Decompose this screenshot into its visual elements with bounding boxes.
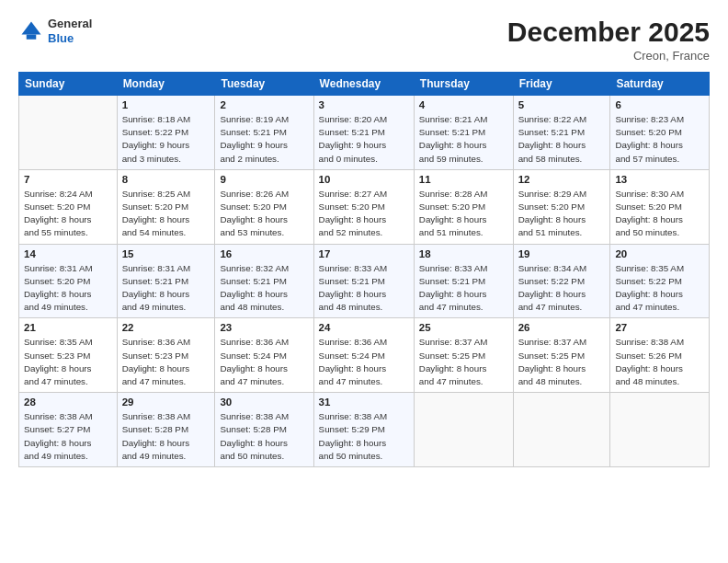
day-number: 6	[615, 99, 704, 110]
header-row: SundayMondayTuesdayWednesdayThursdayFrid…	[19, 73, 710, 96]
calendar-week-row: 28Sunrise: 8:38 AM Sunset: 5:27 PM Dayli…	[19, 393, 710, 467]
day-info: Sunrise: 8:33 AM Sunset: 5:21 PM Dayligh…	[419, 262, 508, 315]
day-number: 27	[615, 322, 704, 333]
day-info: Sunrise: 8:19 AM Sunset: 5:21 PM Dayligh…	[220, 113, 308, 166]
day-number: 5	[518, 99, 606, 110]
day-info: Sunrise: 8:38 AM Sunset: 5:28 PM Dayligh…	[220, 410, 308, 463]
calendar-cell: 31Sunrise: 8:38 AM Sunset: 5:29 PM Dayli…	[313, 393, 414, 467]
day-info: Sunrise: 8:18 AM Sunset: 5:22 PM Dayligh…	[122, 113, 210, 166]
day-number: 13	[615, 174, 704, 185]
day-number: 22	[122, 322, 210, 333]
header-day: Monday	[117, 73, 215, 96]
day-number: 28	[24, 396, 112, 408]
calendar-week-row: 14Sunrise: 8:31 AM Sunset: 5:20 PM Dayli…	[19, 244, 710, 318]
logo-icon	[18, 18, 44, 44]
day-number: 24	[319, 322, 409, 333]
calendar-cell: 13Sunrise: 8:30 AM Sunset: 5:20 PM Dayli…	[610, 169, 710, 244]
header-day: Saturday	[610, 73, 710, 96]
calendar-cell: 21Sunrise: 8:35 AM Sunset: 5:23 PM Dayli…	[19, 318, 118, 393]
calendar-week-row: 21Sunrise: 8:35 AM Sunset: 5:23 PM Dayli…	[19, 318, 710, 393]
calendar-cell: 9Sunrise: 8:26 AM Sunset: 5:20 PM Daylig…	[215, 169, 313, 244]
day-info: Sunrise: 8:31 AM Sunset: 5:21 PM Dayligh…	[122, 262, 210, 315]
calendar-cell: 14Sunrise: 8:31 AM Sunset: 5:20 PM Dayli…	[19, 244, 118, 318]
calendar-cell: 25Sunrise: 8:37 AM Sunset: 5:25 PM Dayli…	[414, 318, 513, 393]
month-year: December 2025	[507, 17, 710, 47]
header-day: Thursday	[414, 73, 513, 96]
day-info: Sunrise: 8:27 AM Sunset: 5:20 PM Dayligh…	[319, 188, 409, 240]
day-info: Sunrise: 8:29 AM Sunset: 5:20 PM Dayligh…	[518, 188, 606, 240]
calendar-cell: 4Sunrise: 8:21 AM Sunset: 5:21 PM Daylig…	[414, 96, 513, 170]
day-number: 4	[419, 99, 508, 110]
day-info: Sunrise: 8:26 AM Sunset: 5:20 PM Dayligh…	[220, 188, 308, 240]
day-number: 1	[122, 99, 210, 110]
calendar-cell: 27Sunrise: 8:38 AM Sunset: 5:26 PM Dayli…	[610, 318, 710, 393]
day-number: 12	[518, 174, 606, 185]
location: Creon, France	[507, 49, 710, 63]
calendar-cell: 22Sunrise: 8:36 AM Sunset: 5:23 PM Dayli…	[117, 318, 215, 393]
calendar-cell	[19, 96, 118, 170]
day-number: 10	[319, 174, 409, 185]
calendar-cell: 5Sunrise: 8:22 AM Sunset: 5:21 PM Daylig…	[513, 96, 610, 170]
calendar-cell: 26Sunrise: 8:37 AM Sunset: 5:25 PM Dayli…	[513, 318, 610, 393]
day-info: Sunrise: 8:38 AM Sunset: 5:27 PM Dayligh…	[24, 410, 112, 463]
day-number: 19	[518, 248, 606, 259]
calendar-cell: 11Sunrise: 8:28 AM Sunset: 5:20 PM Dayli…	[414, 169, 513, 244]
calendar-cell: 29Sunrise: 8:38 AM Sunset: 5:28 PM Dayli…	[117, 393, 215, 467]
header: General Blue December 2025 Creon, France	[18, 17, 710, 63]
day-number: 20	[615, 248, 704, 259]
calendar-cell: 28Sunrise: 8:38 AM Sunset: 5:27 PM Dayli…	[19, 393, 118, 467]
calendar-cell: 7Sunrise: 8:24 AM Sunset: 5:20 PM Daylig…	[19, 169, 118, 244]
day-info: Sunrise: 8:23 AM Sunset: 5:20 PM Dayligh…	[615, 113, 704, 166]
day-number: 11	[419, 174, 508, 185]
day-info: Sunrise: 8:31 AM Sunset: 5:20 PM Dayligh…	[24, 262, 112, 315]
day-info: Sunrise: 8:34 AM Sunset: 5:22 PM Dayligh…	[518, 262, 606, 315]
calendar-cell	[513, 393, 610, 467]
day-info: Sunrise: 8:36 AM Sunset: 5:24 PM Dayligh…	[220, 336, 308, 388]
day-number: 15	[122, 248, 210, 259]
page: General Blue December 2025 Creon, France…	[0, 0, 728, 563]
day-info: Sunrise: 8:36 AM Sunset: 5:23 PM Dayligh…	[122, 336, 210, 388]
calendar-cell: 8Sunrise: 8:25 AM Sunset: 5:20 PM Daylig…	[117, 169, 215, 244]
day-info: Sunrise: 8:25 AM Sunset: 5:20 PM Dayligh…	[122, 188, 210, 240]
calendar-cell: 23Sunrise: 8:36 AM Sunset: 5:24 PM Dayli…	[215, 318, 313, 393]
calendar-cell: 1Sunrise: 8:18 AM Sunset: 5:22 PM Daylig…	[117, 96, 215, 170]
calendar-cell: 20Sunrise: 8:35 AM Sunset: 5:22 PM Dayli…	[610, 244, 710, 318]
calendar-cell: 24Sunrise: 8:36 AM Sunset: 5:24 PM Dayli…	[313, 318, 414, 393]
calendar-cell: 2Sunrise: 8:19 AM Sunset: 5:21 PM Daylig…	[215, 96, 313, 170]
logo-general: General	[48, 17, 92, 30]
day-info: Sunrise: 8:20 AM Sunset: 5:21 PM Dayligh…	[319, 113, 409, 166]
svg-rect-1	[27, 34, 37, 39]
day-number: 31	[319, 396, 409, 408]
day-info: Sunrise: 8:35 AM Sunset: 5:23 PM Dayligh…	[24, 336, 112, 388]
calendar-cell	[610, 393, 710, 467]
calendar-cell: 3Sunrise: 8:20 AM Sunset: 5:21 PM Daylig…	[313, 96, 414, 170]
header-day: Friday	[513, 73, 610, 96]
calendar-cell: 6Sunrise: 8:23 AM Sunset: 5:20 PM Daylig…	[610, 96, 710, 170]
calendar-cell: 17Sunrise: 8:33 AM Sunset: 5:21 PM Dayli…	[313, 244, 414, 318]
header-day: Sunday	[19, 73, 118, 96]
day-info: Sunrise: 8:38 AM Sunset: 5:29 PM Dayligh…	[319, 410, 409, 463]
svg-marker-0	[22, 21, 41, 34]
calendar-cell: 30Sunrise: 8:38 AM Sunset: 5:28 PM Dayli…	[215, 393, 313, 467]
calendar-cell: 12Sunrise: 8:29 AM Sunset: 5:20 PM Dayli…	[513, 169, 610, 244]
day-info: Sunrise: 8:24 AM Sunset: 5:20 PM Dayligh…	[24, 188, 112, 240]
calendar-week-row: 7Sunrise: 8:24 AM Sunset: 5:20 PM Daylig…	[19, 169, 710, 244]
day-info: Sunrise: 8:28 AM Sunset: 5:20 PM Dayligh…	[419, 188, 508, 240]
day-number: 14	[24, 248, 112, 259]
day-number: 2	[220, 99, 308, 110]
title-block: December 2025 Creon, France	[507, 17, 710, 63]
day-info: Sunrise: 8:21 AM Sunset: 5:21 PM Dayligh…	[419, 113, 508, 166]
day-number: 21	[24, 322, 112, 333]
calendar-cell: 15Sunrise: 8:31 AM Sunset: 5:21 PM Dayli…	[117, 244, 215, 318]
day-number: 7	[24, 174, 112, 185]
day-info: Sunrise: 8:33 AM Sunset: 5:21 PM Dayligh…	[319, 262, 409, 315]
day-number: 9	[220, 174, 308, 185]
day-number: 8	[122, 174, 210, 185]
day-info: Sunrise: 8:32 AM Sunset: 5:21 PM Dayligh…	[220, 262, 308, 315]
calendar-table: SundayMondayTuesdayWednesdayThursdayFrid…	[18, 72, 710, 467]
day-info: Sunrise: 8:38 AM Sunset: 5:28 PM Dayligh…	[122, 410, 210, 463]
day-number: 17	[319, 248, 409, 259]
day-number: 16	[220, 248, 308, 259]
day-number: 3	[319, 99, 409, 110]
day-info: Sunrise: 8:37 AM Sunset: 5:25 PM Dayligh…	[518, 336, 606, 388]
